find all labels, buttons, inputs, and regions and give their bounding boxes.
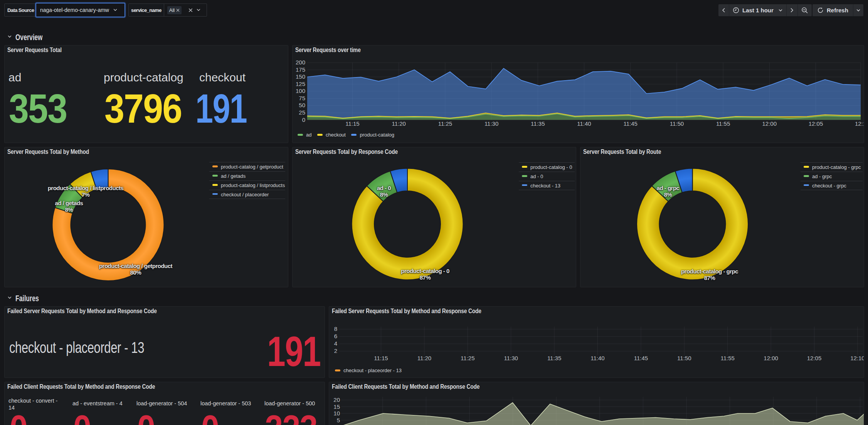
svg-text:125: 125 [296, 81, 305, 87]
svg-text:11:50: 11:50 [670, 120, 684, 127]
svg-text:11:30: 11:30 [504, 355, 518, 361]
svg-text:75: 75 [299, 95, 305, 101]
svg-text:11:15: 11:15 [345, 120, 359, 127]
svg-text:11:25: 11:25 [461, 355, 474, 361]
svg-text:12:05: 12:05 [809, 120, 823, 127]
svg-text:2: 2 [334, 347, 337, 354]
svg-text:12:00: 12:00 [764, 355, 778, 361]
svg-text:11:45: 11:45 [623, 120, 637, 127]
svg-text:11:35: 11:35 [547, 355, 561, 361]
svg-text:5: 5 [337, 417, 340, 423]
svg-text:11:20: 11:20 [417, 355, 431, 361]
svg-text:4: 4 [334, 340, 337, 347]
svg-text:25: 25 [299, 109, 305, 116]
svg-text:10: 10 [333, 410, 340, 417]
svg-text:11:50: 11:50 [677, 355, 691, 361]
svg-text:100: 100 [296, 88, 305, 94]
svg-text:200: 200 [296, 59, 305, 66]
svg-text:12:00: 12:00 [762, 120, 777, 127]
svg-text:8: 8 [334, 325, 337, 332]
svg-text:150: 150 [296, 73, 305, 80]
svg-text:6: 6 [334, 333, 337, 339]
svg-text:11:40: 11:40 [577, 120, 591, 127]
svg-text:11:55: 11:55 [720, 355, 734, 361]
svg-text:0: 0 [302, 116, 305, 123]
svg-text:11:40: 11:40 [590, 355, 604, 361]
svg-text:11:35: 11:35 [531, 120, 545, 127]
svg-text:11:30: 11:30 [484, 120, 498, 127]
svg-text:11:55: 11:55 [716, 120, 730, 127]
svg-text:11:45: 11:45 [634, 355, 648, 361]
svg-text:12:10: 12:10 [850, 355, 864, 361]
svg-text:175: 175 [296, 66, 305, 73]
svg-text:12:10: 12:10 [855, 120, 864, 127]
svg-text:20: 20 [333, 396, 340, 403]
svg-text:12:05: 12:05 [807, 355, 822, 361]
svg-text:50: 50 [299, 102, 305, 108]
svg-text:11:25: 11:25 [438, 120, 452, 127]
svg-text:11:15: 11:15 [374, 355, 388, 361]
svg-text:15: 15 [333, 403, 340, 410]
svg-text:11:20: 11:20 [392, 120, 405, 127]
